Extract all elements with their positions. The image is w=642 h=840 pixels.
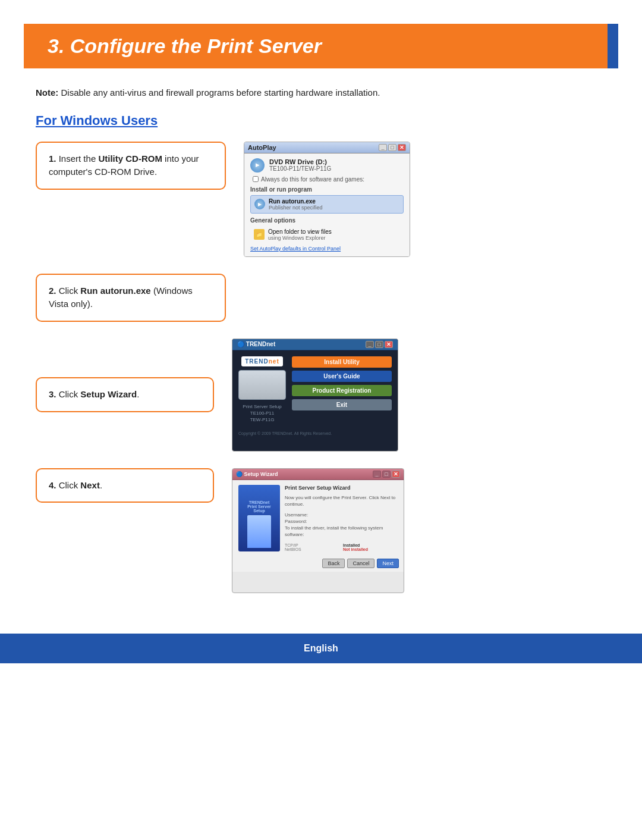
run-icon: ▶ (254, 199, 265, 209)
wizard-back-btn[interactable]: Back (322, 559, 345, 568)
general-section-title: General options (250, 217, 404, 224)
install-section-title: Install or run program (250, 186, 404, 193)
option2-sub: using Windows Explorer (268, 235, 332, 241)
footer-area: 4 English (0, 641, 642, 663)
trendnet-title: 🔵 TRENDnet (237, 341, 275, 347)
run-autorun-option[interactable]: ▶ Run autorun.exe Publisher not specifie… (250, 195, 404, 214)
wizard-chart-bar (247, 515, 271, 548)
wizard-item1-label: TCP/IP (285, 543, 339, 547)
trendnet-right-panel: Install Utility User's Guide Product Reg… (292, 356, 392, 424)
drive-icon: ▶ (250, 158, 265, 173)
autoplay-title: AutoPlay (248, 144, 276, 151)
step-2-bold: Run autorun.exe (80, 286, 150, 296)
wizard-left-panel: TRENDnetPrint ServerSetup (238, 485, 280, 551)
footer: English (0, 634, 642, 663)
note-body: Disable any anti-virus and firewall prog… (61, 87, 380, 98)
note-paragraph: Note: Disable any anti-virus and firewal… (36, 86, 606, 100)
wizard-item1-value: Installed (343, 543, 398, 547)
trendnet-logo: TRENDnet (241, 356, 282, 366)
wizard-screenshot: 🔵 Setup Wizard _ □ ✕ TRENDnetPrint Serve… (232, 468, 404, 593)
wizard-restore[interactable]: □ (382, 471, 391, 478)
step-box-2: 2. Click Run autorun.exe (Windows Vista … (36, 274, 226, 322)
step-2-num: 2. (49, 286, 56, 296)
titlebar-buttons: _ □ ✕ (379, 144, 406, 151)
header-banner: 3. Configure the Print Server (24, 24, 618, 68)
always-checkbox[interactable] (253, 176, 259, 182)
step-row-3: 3. Click Setup Wizard. 🔵 TRENDnet _ □ ✕ (36, 338, 606, 452)
footer-language: English (304, 643, 338, 654)
wizard-close[interactable]: ✕ (392, 471, 400, 478)
drive-row: ▶ DVD RW Drive (D:) TE100-P11/TEW-P11G (250, 158, 404, 173)
wizard-btn-area: Back Cancel Next (232, 556, 404, 572)
section-heading: For Windows Users (36, 113, 606, 128)
autoplay-body: ▶ DVD RW Drive (D:) TE100-P11/TEW-P11G A… (244, 153, 410, 256)
minimize-btn[interactable]: _ (379, 144, 387, 151)
trendnet-restore[interactable]: □ (375, 341, 383, 348)
trendnet-desc-text: Print Server SetupTE100-P11TEW-P11G (243, 403, 281, 424)
header-accent (608, 24, 618, 68)
close-btn[interactable]: ✕ (398, 144, 406, 151)
note-label: Note: (36, 87, 58, 98)
wizard-next-btn[interactable]: Next (377, 559, 399, 568)
trendnet-device-image (238, 370, 286, 400)
restore-btn[interactable]: □ (388, 144, 396, 151)
wizard-minimize[interactable]: _ (373, 471, 381, 478)
main-content: Note: Disable any anti-virus and firewal… (0, 68, 642, 605)
install-utility-btn[interactable]: Install Utility (292, 356, 392, 368)
step-3-bold: Setup Wizard (80, 389, 137, 399)
step-row-1: 1. Insert the Utility CD-ROM into your c… (36, 142, 606, 257)
trendnet-screenshot: 🔵 TRENDnet _ □ ✕ TRENDnet Print Server S… (232, 338, 398, 452)
checkbox-row: Always do this for software and games: (250, 176, 404, 183)
users-guide-btn[interactable]: User's Guide (292, 371, 392, 382)
wizard-right-panel: Print Server Setup Wizard Now you will c… (285, 485, 398, 551)
page-title: 3. Configure the Print Server (48, 35, 322, 58)
wizard-body: TRENDnetPrint ServerSetup Print Server S… (232, 480, 404, 556)
step-row-2: 2. Click Run autorun.exe (Windows Vista … (36, 274, 606, 322)
drive-sublabel: TE100-P11/TEW-P11G (269, 165, 331, 172)
wizard-info-col-2: Installed Not installed (343, 543, 398, 551)
wizard-logo: TRENDnetPrint ServerSetup (247, 500, 271, 513)
autoplay-link[interactable]: Set AutoPlay defaults in Control Panel (250, 246, 404, 252)
trendnet-tb-buttons: _ □ ✕ (366, 341, 393, 348)
trendnet-close[interactable]: ✕ (385, 341, 393, 348)
trendnet-body: TRENDnet Print Server SetupTE100-P11TEW-… (232, 350, 398, 430)
trendnet-minimize[interactable]: _ (366, 341, 374, 348)
wizard-info-row: TCP/IP NetBIOS Installed Not installed (285, 543, 398, 551)
product-reg-btn[interactable]: Product Registration (292, 385, 392, 396)
wizard-tb-buttons: _ □ ✕ (373, 471, 400, 478)
wizard-description: Now you will configure the Print Server.… (285, 494, 398, 507)
wizard-info-col-1: TCP/IP NetBIOS (285, 543, 339, 551)
step-box-3: 3. Click Setup Wizard. (36, 377, 214, 412)
checkbox-label: Always do this for software and games: (261, 176, 364, 183)
step-1-bold: Utility CD-ROM (98, 153, 162, 164)
wizard-desc2: Username:Password:To install the driver,… (285, 512, 398, 538)
step-4-bold: Next (80, 480, 100, 490)
open-folder-option[interactable]: 📁 Open folder to view files using Window… (250, 226, 404, 243)
wizard-item2-value: Not installed (343, 547, 398, 551)
wizard-section-title: Print Server Setup Wizard (285, 485, 398, 491)
steps-container: 1. Insert the Utility CD-ROM into your c… (36, 142, 606, 593)
wizard-cancel-btn[interactable]: Cancel (347, 559, 374, 568)
drive-label: DVD RW Drive (D:) (269, 158, 331, 165)
option1-text: Run autorun.exe (269, 198, 323, 205)
exit-btn[interactable]: Exit (292, 399, 392, 410)
wizard-item2-label: NetBIOS (285, 547, 339, 551)
autoplay-screenshot: AutoPlay _ □ ✕ ▶ DVD RW Drive (D:) TE100… (244, 142, 410, 257)
option2-text: Open folder to view files (268, 228, 332, 235)
trendnet-left-panel: TRENDnet Print Server SetupTE100-P11TEW-… (238, 356, 286, 424)
step-1-num: 1. (49, 153, 56, 164)
step-row-4: 4. Click Next. 🔵 Setup Wizard _ □ ✕ TREN… (36, 468, 606, 593)
trendnet-titlebar: 🔵 TRENDnet _ □ ✕ (232, 339, 398, 350)
step-3-num: 3. (49, 389, 56, 399)
autoplay-titlebar: AutoPlay _ □ ✕ (244, 142, 410, 153)
wizard-title-text: 🔵 Setup Wizard (236, 471, 278, 477)
folder-icon: 📁 (254, 229, 265, 240)
step-box-1: 1. Insert the Utility CD-ROM into your c… (36, 142, 226, 190)
step-4-num: 4. (49, 480, 56, 490)
option1-sub: Publisher not specified (269, 205, 323, 211)
trendnet-copyright: Copyright © 2009 TRENDnet. All Rights Re… (232, 431, 398, 439)
wizard-titlebar: 🔵 Setup Wizard _ □ ✕ (232, 469, 404, 480)
step-box-4: 4. Click Next. (36, 468, 214, 503)
